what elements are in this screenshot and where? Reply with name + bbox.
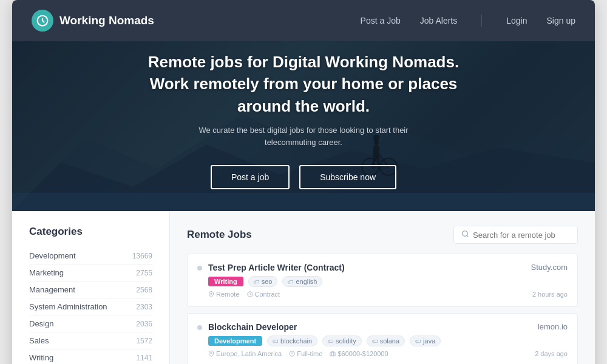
tag-icon: 🏷	[372, 338, 378, 345]
hero-section: Remote jobs for Digital Working Nomads. …	[12, 41, 595, 211]
tag-icon: 🏷	[415, 338, 421, 345]
tag-icon: 🏷	[288, 278, 294, 285]
nav-post-job[interactable]: Post a Job	[361, 16, 401, 25]
category-count: 1141	[136, 354, 152, 362]
tag-java: 🏷 java	[410, 335, 441, 346]
svg-point-14	[463, 231, 468, 237]
category-count: 1572	[136, 337, 152, 345]
category-item-sysadmin[interactable]: System Administration 2303	[29, 298, 152, 315]
category-item-development[interactable]: Development 13669	[29, 248, 152, 265]
category-name: Design	[29, 319, 53, 328]
category-item-marketing[interactable]: Marketing 2755	[29, 265, 152, 281]
job-title[interactable]: Blockchain Developer	[208, 322, 297, 332]
job-posted-time: 2 hours ago	[532, 291, 568, 298]
svg-point-16	[211, 293, 212, 295]
location-fulltime: Full-time	[289, 350, 322, 357]
category-name: Writing	[29, 353, 53, 362]
svg-rect-20	[330, 352, 335, 356]
location-remote: Remote	[208, 291, 240, 298]
logo-text: Working Nomads	[59, 14, 154, 27]
hero-buttons: Post a job Subscribe now	[148, 165, 459, 189]
job-meta-row: Development 🏷 blockchain 🏷 solidity 🏷 so…	[197, 335, 568, 346]
tag-seo: 🏷 seo	[248, 276, 278, 287]
category-count: 2303	[136, 303, 152, 311]
category-name: System Administration	[29, 302, 107, 311]
category-count: 2568	[136, 286, 152, 294]
nav-signup[interactable]: Sign up	[547, 16, 575, 25]
category-badge-development[interactable]: Development	[208, 336, 262, 346]
hero-title: Remote jobs for Digital Working Nomads. …	[148, 51, 459, 117]
tag-english: 🏷 english	[282, 276, 322, 287]
job-company: Study.com	[531, 263, 568, 272]
logo-icon	[32, 10, 53, 32]
job-meta-row: Writing 🏷 seo 🏷 english	[197, 276, 568, 287]
job-card-2: Blockchain Developer lemon.io Developmen…	[187, 313, 578, 364]
category-count: 13669	[132, 252, 152, 260]
category-name: Sales	[29, 336, 49, 345]
location-salary: $60000-$120000	[330, 350, 388, 357]
tag-solidity: 🏷 solidity	[322, 335, 362, 346]
job-posted-time: 2 days ago	[535, 350, 568, 357]
tag-icon: 🏷	[273, 338, 279, 345]
browser-window: Working Nomads Post a Job Job Alerts Log…	[12, 0, 595, 364]
svg-rect-3	[12, 193, 595, 211]
job-company: lemon.io	[538, 322, 568, 331]
subscribe-button[interactable]: Subscribe now	[299, 165, 396, 189]
category-list: Development 13669 Marketing 2755 Managem…	[29, 248, 152, 364]
main-content: Categories Development 13669 Marketing 2…	[12, 211, 595, 364]
location-region: Europe, Latin America	[208, 350, 282, 357]
job-location-row: Europe, Latin America Full-time $60000-$…	[208, 350, 388, 357]
location-contract: Contract	[247, 291, 280, 298]
search-input[interactable]	[473, 231, 570, 240]
category-name: Marketing	[29, 268, 64, 277]
job-bottom-row: Remote Contract 2 hours ago	[197, 291, 568, 298]
nav-job-alerts[interactable]: Job Alerts	[420, 16, 457, 25]
sidebar: Categories Development 13669 Marketing 2…	[12, 211, 170, 364]
nav-divider	[481, 15, 482, 27]
category-name: Development	[29, 251, 76, 260]
post-job-button[interactable]: Post a job	[211, 165, 290, 189]
job-list-header: Remote Jobs	[187, 226, 578, 244]
job-card-top: Test Prep Article Writer (Contract) Stud…	[197, 263, 568, 272]
category-name: Management	[29, 285, 75, 294]
tag-icon: 🏷	[254, 278, 260, 285]
job-status-dot	[197, 266, 202, 271]
category-badge-writing[interactable]: Writing	[208, 277, 243, 286]
category-item-writing[interactable]: Writing 1141	[29, 349, 152, 364]
tag-icon: 🏷	[328, 338, 334, 345]
job-card-1: Test Prep Article Writer (Contract) Stud…	[187, 254, 578, 307]
job-location-row: Remote Contract	[208, 291, 280, 298]
category-count: 2036	[136, 320, 152, 328]
hero-content: Remote jobs for Digital Working Nomads. …	[124, 51, 483, 189]
category-item-management[interactable]: Management 2568	[29, 281, 152, 298]
svg-point-18	[211, 352, 212, 354]
tag-solana: 🏷 solana	[367, 335, 405, 346]
job-card-top: Blockchain Developer lemon.io	[197, 322, 568, 332]
search-box[interactable]	[453, 226, 578, 244]
category-item-sales[interactable]: Sales 1572	[29, 332, 152, 349]
job-list-title: Remote Jobs	[187, 229, 252, 241]
search-icon	[461, 230, 469, 240]
job-card-left: Blockchain Developer	[197, 322, 297, 332]
job-title[interactable]: Test Prep Article Writer (Contract)	[208, 263, 345, 272]
navbar: Working Nomads Post a Job Job Alerts Log…	[12, 0, 595, 41]
svg-line-15	[467, 235, 468, 237]
category-item-design[interactable]: Design 2036	[29, 315, 152, 332]
job-status-dot	[197, 325, 202, 330]
job-bottom-row: Europe, Latin America Full-time $60000-$…	[197, 350, 568, 357]
navbar-links: Post a Job Job Alerts Login Sign up	[361, 15, 575, 27]
category-count: 2755	[136, 269, 152, 277]
nav-login[interactable]: Login	[506, 16, 527, 25]
tag-blockchain: 🏷 blockchain	[267, 335, 317, 346]
sidebar-title: Categories	[29, 226, 152, 238]
job-card-left: Test Prep Article Writer (Contract)	[197, 263, 345, 272]
hero-subtitle: We curate the best digital jobs for thos…	[148, 124, 459, 148]
job-list-section: Remote Jobs Test Prep Article Writer (Co…	[170, 211, 595, 364]
logo-container: Working Nomads	[32, 10, 154, 32]
